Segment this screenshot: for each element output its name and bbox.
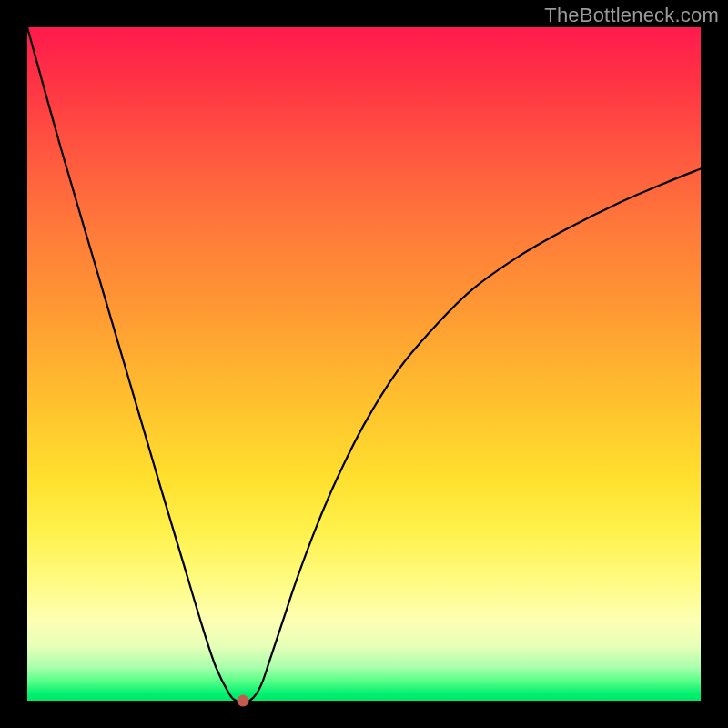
watermark-text: TheBottleneck.com [544,4,719,27]
chart-frame: TheBottleneck.com [0,0,728,728]
bottleneck-curve [27,27,701,701]
plot-area [27,27,701,701]
optimum-marker [237,695,248,707]
